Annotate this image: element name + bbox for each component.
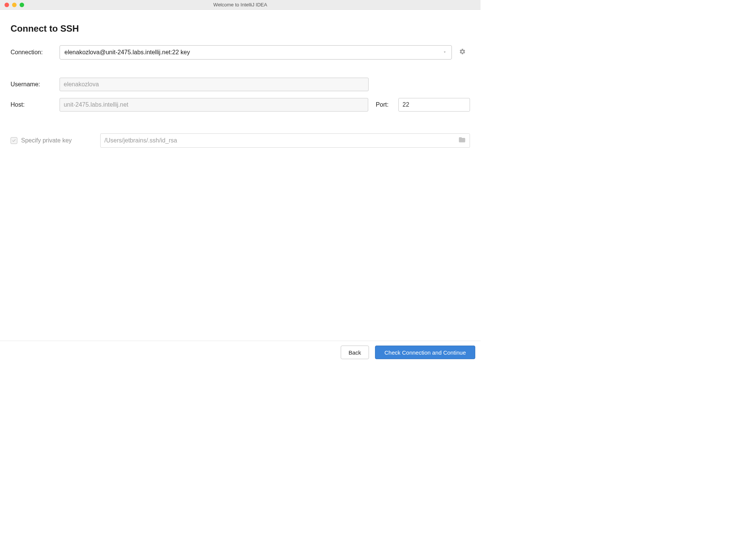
private-key-path-input[interactable]: /Users/jetbrains/.ssh/id_rsa: [100, 133, 470, 148]
window-maximize-button[interactable]: [20, 3, 24, 7]
window-minimize-button[interactable]: [12, 3, 17, 7]
page-title: Connect to SSH: [11, 23, 470, 34]
window-title: Welcome to IntelliJ IDEA: [0, 2, 481, 8]
folder-icon[interactable]: [458, 136, 466, 145]
private-key-label: Specify private key: [21, 137, 100, 144]
connection-label: Connection:: [11, 49, 60, 56]
window-close-button[interactable]: [5, 3, 9, 7]
chevron-down-icon: [442, 49, 447, 56]
host-input[interactable]: [60, 98, 368, 112]
check-connection-button[interactable]: Check Connection and Continue: [375, 346, 475, 359]
footer-buttons: Back Check Connection and Continue: [0, 341, 481, 359]
port-label: Port:: [376, 101, 398, 108]
window-titlebar: Welcome to IntelliJ IDEA: [0, 0, 481, 10]
connection-dropdown[interactable]: elenakozlova@unit-2475.labs.intellij.net…: [60, 45, 452, 60]
gear-icon[interactable]: [459, 48, 466, 57]
username-label: Username:: [11, 81, 60, 88]
username-input[interactable]: [60, 78, 369, 91]
connection-selected-value: elenakozlova@unit-2475.labs.intellij.net…: [64, 49, 190, 56]
host-label: Host:: [11, 101, 60, 108]
port-input[interactable]: [398, 98, 470, 112]
back-button[interactable]: Back: [341, 346, 369, 359]
private-key-path-value: /Users/jetbrains/.ssh/id_rsa: [104, 137, 458, 144]
private-key-checkbox[interactable]: [11, 137, 17, 144]
